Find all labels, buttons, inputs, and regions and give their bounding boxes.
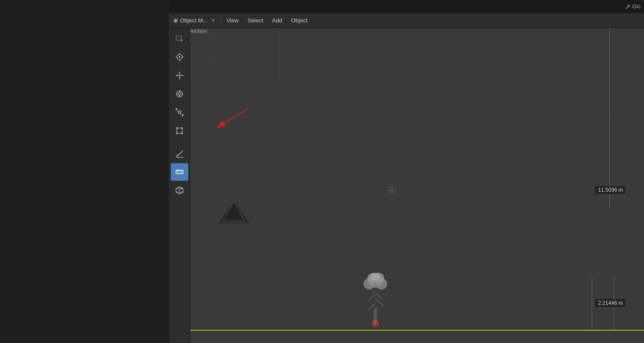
menu-separator bbox=[221, 16, 221, 25]
menu-object[interactable]: Object bbox=[287, 13, 312, 28]
svg-rect-29 bbox=[176, 108, 177, 110]
move-tool-btn[interactable] bbox=[171, 67, 188, 84]
ground-line bbox=[190, 330, 644, 331]
tree-object bbox=[357, 273, 396, 330]
lower-measure-line-left bbox=[592, 278, 592, 331]
annotate-tool-btn[interactable] bbox=[171, 145, 188, 162]
svg-rect-6 bbox=[176, 36, 181, 40]
select-tool-btn[interactable] bbox=[171, 30, 188, 47]
viewport[interactable]: Right Orthographic (1) Collection Meters… bbox=[169, 13, 644, 343]
svg-marker-18 bbox=[176, 75, 177, 76]
cursor-tool-btn[interactable] bbox=[171, 48, 188, 66]
upper-measurement-label: 11.5036 m bbox=[595, 186, 626, 194]
svg-line-36 bbox=[176, 151, 183, 157]
lower-measurement-label: 2.21446 m bbox=[595, 299, 626, 307]
menu-bar: ▣ Object M... ▼ View Select Add Object bbox=[169, 13, 644, 28]
svg-marker-58 bbox=[221, 223, 247, 228]
left-toolbar: + bbox=[169, 28, 190, 343]
svg-point-13 bbox=[179, 56, 180, 58]
svg-line-63 bbox=[375, 299, 383, 306]
global-text: Glo bbox=[632, 4, 640, 10]
svg-point-33 bbox=[181, 127, 183, 129]
menu-add[interactable]: Add bbox=[268, 13, 287, 28]
svg-text:+: + bbox=[180, 187, 183, 191]
add-cube-tool-btn[interactable]: + bbox=[171, 182, 188, 199]
rotate-tool-btn[interactable] bbox=[171, 85, 188, 103]
menu-select[interactable]: Select bbox=[243, 13, 268, 28]
global-label: ↗ Glo bbox=[625, 0, 644, 13]
measure-tool-btn[interactable] bbox=[171, 163, 188, 181]
viewport-scene[interactable]: 11.5036 m 2.21446 m bbox=[190, 28, 644, 343]
camera-object bbox=[216, 199, 252, 230]
rotation-indicator bbox=[388, 186, 396, 195]
menu-view[interactable]: View bbox=[222, 13, 243, 28]
svg-marker-16 bbox=[179, 71, 180, 73]
svg-point-34 bbox=[176, 132, 178, 134]
svg-marker-17 bbox=[179, 78, 180, 79]
svg-point-21 bbox=[178, 93, 181, 95]
left-panel bbox=[0, 0, 169, 343]
svg-line-38 bbox=[182, 150, 183, 151]
svg-marker-19 bbox=[182, 75, 183, 76]
red-arrow-annotation bbox=[203, 103, 256, 138]
menu-object-mode[interactable]: ▣ Object M... ▼ bbox=[169, 13, 220, 28]
svg-point-35 bbox=[181, 132, 183, 134]
svg-line-78 bbox=[219, 109, 247, 127]
transform-tool-btn[interactable] bbox=[171, 122, 188, 139]
svg-point-32 bbox=[176, 127, 178, 129]
svg-line-64 bbox=[369, 295, 375, 299]
svg-line-66 bbox=[372, 289, 375, 294]
svg-marker-7 bbox=[180, 39, 183, 42]
svg-rect-31 bbox=[177, 128, 182, 133]
svg-line-65 bbox=[375, 293, 381, 298]
upper-measure-line bbox=[609, 28, 610, 208]
svg-rect-30 bbox=[182, 114, 183, 116]
scale-tool-btn[interactable] bbox=[171, 104, 188, 121]
